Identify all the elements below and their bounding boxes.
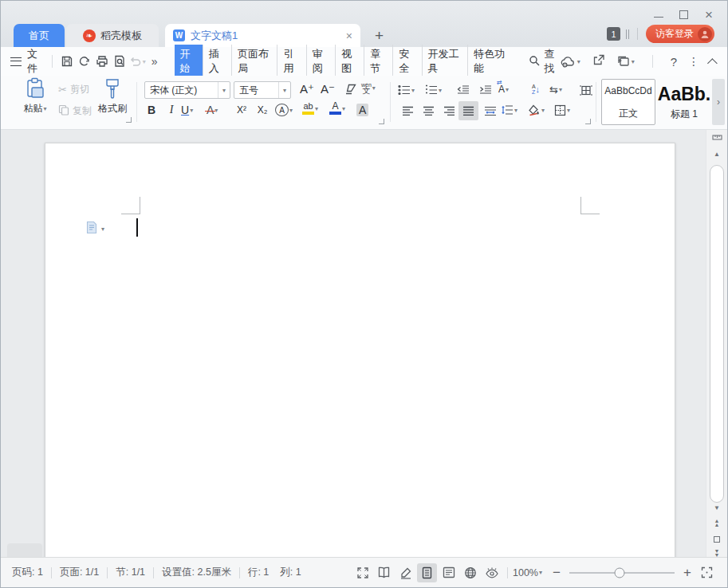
format-painter-button[interactable]: 格式刷 [93, 77, 132, 116]
increase-indent-button[interactable] [476, 81, 495, 99]
tab-home-page[interactable]: 首页 [14, 24, 65, 47]
share-button[interactable] [592, 53, 605, 69]
underline-button[interactable]: U▾ [181, 101, 193, 119]
character-border-caret-icon[interactable]: ▾ [289, 107, 293, 114]
save-button[interactable] [59, 52, 77, 71]
tab-docer-templates[interactable]: ❧ 稻壳模板 [66, 24, 159, 47]
shrink-font-button[interactable]: A⁻ [318, 80, 337, 98]
tab-page-layout[interactable]: 页面布局 [231, 45, 277, 78]
zoom-level-button[interactable]: 100% ▾ [513, 567, 542, 578]
tab-security[interactable]: 安全 [392, 45, 421, 78]
clipboard-dialog-launcher-icon[interactable] [126, 117, 132, 123]
close-tab-icon[interactable]: × [346, 29, 352, 42]
font-dialog-launcher-icon[interactable] [379, 119, 384, 124]
paragraph-layout-button[interactable] [576, 81, 596, 99]
subscript-button[interactable]: X₂ [253, 101, 272, 119]
paste-button[interactable]: 粘贴 ▾ [18, 77, 52, 116]
switch-caret-icon[interactable]: ▾ [632, 58, 635, 65]
character-shading-button[interactable]: A [356, 101, 368, 119]
print-preview-button[interactable] [111, 52, 128, 71]
status-page-count[interactable]: 页面: 1/1 [52, 566, 107, 579]
tab-special-features[interactable]: 特色功能 [467, 45, 513, 78]
distribute-button[interactable] [481, 102, 500, 120]
more-menu-icon[interactable]: ⋮ [688, 55, 699, 68]
align-center-button[interactable] [419, 102, 438, 120]
text-direction-caret-icon[interactable]: ▾ [506, 86, 509, 93]
tab-reference[interactable]: 引用 [277, 45, 305, 78]
web-layout-button[interactable] [460, 563, 480, 582]
more-quick-tools-icon[interactable]: » [146, 52, 163, 71]
font-name-select[interactable]: 宋体 (正文) ▾ [144, 81, 230, 99]
underline-caret-icon[interactable]: ▾ [190, 107, 193, 114]
zoom-slider-knob[interactable] [615, 567, 625, 578]
highlight-caret-icon[interactable]: ▾ [315, 105, 318, 112]
pinyin-caret-icon[interactable]: ▾ [372, 84, 376, 92]
status-margin-setting[interactable]: 设置值: 2.5厘米 [154, 566, 239, 579]
document-assistant-button[interactable]: ▾ [85, 221, 104, 237]
eye-protection-button[interactable] [482, 563, 502, 582]
pinyin-guide-button[interactable]: wén 文 ▾ [361, 79, 376, 96]
numbered-list-caret-icon[interactable]: ▾ [439, 87, 442, 94]
text-direction-button[interactable]: A⇄ ▾ [498, 80, 509, 98]
tab-developer[interactable]: 开发工具 [422, 45, 467, 78]
style-gallery-more-button[interactable]: › [712, 79, 725, 125]
maximize-icon[interactable] [679, 10, 688, 19]
scroll-down-icon[interactable]: ▼ [706, 504, 727, 512]
zoom-in-button[interactable]: + [681, 565, 694, 581]
switch-window-button[interactable]: ▾ [616, 55, 635, 68]
zoom-caret-icon[interactable]: ▾ [539, 569, 542, 576]
cloud-caret-icon[interactable]: ▾ [577, 58, 580, 65]
guest-login-button[interactable]: 访客登录 [646, 25, 714, 43]
font-color-button[interactable]: A ▾ [329, 100, 345, 117]
line-spacing-button[interactable]: ▾ [502, 101, 517, 119]
zoom-out-button[interactable]: − [550, 565, 563, 581]
cut-button[interactable]: ✂ 剪切 [58, 83, 89, 96]
align-right-button[interactable] [439, 102, 458, 120]
style-normal[interactable]: AaBbCcDd 正文 [601, 79, 655, 125]
borders-caret-icon[interactable]: ▾ [567, 107, 570, 114]
hamburger-icon[interactable] [10, 57, 22, 66]
tab-insert[interactable]: 插入 [203, 45, 231, 78]
paste-caret-icon[interactable]: ▾ [43, 105, 46, 112]
status-section[interactable]: 节: 1/1 [108, 566, 153, 579]
copy-button[interactable]: 复制 [58, 104, 92, 118]
bold-button[interactable]: B [143, 101, 160, 119]
line-spacing-caret-icon[interactable]: ▾ [514, 107, 517, 114]
previous-page-icon[interactable]: ▲▲ [706, 519, 727, 527]
shading-button[interactable]: ▾ [527, 101, 545, 119]
numbered-list-button[interactable]: ▾ [425, 81, 442, 99]
tab-view[interactable]: 视图 [335, 45, 364, 78]
font-size-select[interactable]: 五号 ▾ [234, 81, 291, 99]
next-page-icon[interactable]: ▼▼ [706, 549, 727, 557]
shading-caret-icon[interactable]: ▾ [541, 107, 545, 114]
zoom-slider[interactable] [569, 572, 675, 574]
minimize-icon[interactable] [654, 11, 663, 18]
fit-page-button[interactable] [697, 563, 717, 582]
borders-button[interactable]: ▾ [554, 101, 570, 119]
paragraph-spacing-caret-icon[interactable]: ▾ [559, 86, 562, 93]
scrollbar-thumb[interactable] [710, 165, 724, 503]
sort-button[interactable]: AZ ↓ [525, 80, 546, 98]
italic-button[interactable]: I [163, 101, 179, 119]
undo-button[interactable]: ▾ [128, 52, 146, 71]
superscript-button[interactable]: X² [232, 101, 251, 119]
output-convert-button[interactable] [76, 52, 93, 71]
cloud-sync-button[interactable]: ▾ [561, 55, 580, 68]
tab-chapter[interactable]: 章节 [364, 45, 392, 78]
message-count-badge[interactable]: 1 [607, 27, 620, 41]
outline-view-button[interactable] [439, 563, 458, 582]
bullet-list-caret-icon[interactable]: ▾ [411, 87, 415, 94]
bullet-list-button[interactable]: ▾ [398, 81, 415, 99]
tab-start[interactable]: 开始 [175, 45, 203, 78]
ruler-toggle-icon[interactable] [706, 133, 727, 143]
font-name-caret-icon[interactable]: ▾ [218, 82, 230, 98]
search-box[interactable]: 查找 [529, 47, 560, 76]
print-layout-button[interactable] [417, 563, 437, 582]
tab-review[interactable]: 审阅 [306, 45, 335, 78]
highlight-color-button[interactable]: ab ▾ [302, 100, 318, 117]
font-size-caret-icon[interactable]: ▾ [278, 82, 290, 98]
collapse-ribbon-icon[interactable] [707, 58, 718, 69]
tab-document[interactable]: W 文字文稿1 × [165, 24, 360, 47]
paragraph-spacing-button[interactable]: ⇆ ▾ [549, 80, 562, 98]
decrease-indent-button[interactable] [454, 81, 473, 99]
